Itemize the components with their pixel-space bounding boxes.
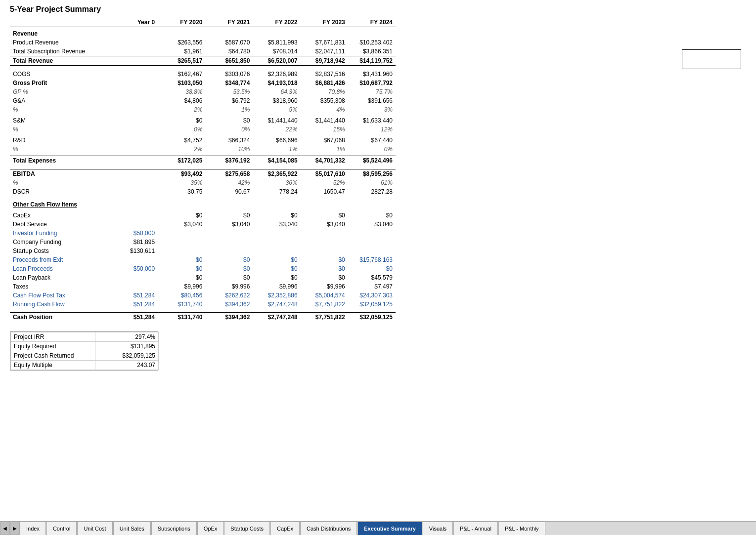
tab-nav-left[interactable]: ◀ (0, 522, 10, 535)
running-cf-row: Running Cash Flow $51,284 $131,740 $394,… (10, 300, 396, 309)
tab-visuals[interactable]: Visuals (423, 522, 453, 535)
investor-funding-row: Investor Funding $50,000 (10, 229, 396, 238)
summary-row-1: Equity Required $131,895 (11, 342, 159, 351)
summary-row-2: Project Cash Returned $32,059,125 (11, 351, 159, 361)
ebitda-row: EBITDA $93,492 $275,658 $2,365,922 $5,01… (10, 169, 396, 178)
product-revenue-fy22: $5,811,993 (253, 38, 300, 47)
cogs-row: COGS $162,467 $303,076 $2,326,989 $2,837… (10, 70, 396, 79)
startup-costs-row: Startup Costs $130,611 (10, 247, 396, 255)
header-fy22: FY 2022 (253, 18, 300, 27)
product-revenue-fy21: $587,070 (205, 38, 253, 47)
product-revenue-fy24: $10,253,402 (348, 38, 396, 47)
tab-startup-costs[interactable]: Startup Costs (224, 522, 270, 535)
header-label (10, 18, 116, 27)
summary-row-3: Equity Multiple 243.07 (11, 361, 159, 370)
ebitda-pct-row: % 35% 42% 36% 52% 61% (10, 178, 396, 187)
header-fy20: FY 2020 (158, 18, 205, 27)
tab-executive-summary[interactable]: Executive Summary (357, 522, 422, 535)
other-cf-section-label: Other Cash Flow Items (13, 201, 77, 208)
product-revenue-fy20: $263,556 (158, 38, 205, 47)
revenue-label: Revenue (10, 27, 116, 39)
tab-unit-sales[interactable]: Unit Sales (113, 522, 151, 535)
tab-opex[interactable]: OpEx (197, 522, 224, 535)
tab-subscriptions[interactable]: Subscriptions (151, 522, 197, 535)
summary-row-0: Project IRR 297.4% (11, 332, 159, 342)
tab-pl-monthly[interactable]: P&L - Monthly (498, 522, 545, 535)
tab-nav-right[interactable]: ▶ (10, 522, 20, 535)
loan-payback-row: Loan Payback $0 $0 $0 $0 $45,579 (10, 273, 396, 282)
tab-index[interactable]: Index (20, 522, 46, 535)
ga-pct-row: % 2% 1% 5% 4% 3% (10, 105, 396, 114)
dscr-row: DSCR 30.75 90.67 778.24 1650.47 2827.28 (10, 187, 396, 196)
table-header: Year 0 FY 2020 FY 2021 FY 2022 FY 2023 F… (10, 18, 396, 27)
right-panel-box (682, 49, 741, 69)
page-title: 5-Year Project Summary (10, 5, 396, 14)
header-fy24: FY 2024 (348, 18, 396, 27)
sm-pct-row: % 0% 0% 22% 15% 12% (10, 125, 396, 134)
tab-cash-distributions[interactable]: Cash Distributions (300, 522, 357, 535)
total-expenses-row: Total Expenses $172,025 $376,192 $4,154,… (10, 156, 396, 165)
cash-position-row: Cash Position $51,284 $131,740 $394,362 … (10, 313, 396, 322)
capex-row: CapEx $0 $0 $0 $0 $0 (10, 211, 396, 220)
revenue-label-row: Revenue (10, 27, 396, 39)
total-revenue-row: Total Revenue $265,517 $651,850 $6,520,0… (10, 56, 396, 66)
rd-pct-row: % 2% 10% 1% 1% 0% (10, 145, 396, 154)
debt-service-row: Debt Service $3,040 $3,040 $3,040 $3,040… (10, 220, 396, 229)
ga-row: G&A $4,806 $6,792 $318,960 $355,308 $391… (10, 96, 396, 105)
product-revenue-y0 (116, 38, 158, 47)
header-fy23: FY 2023 (301, 18, 348, 27)
tab-control[interactable]: Control (46, 522, 77, 535)
gp-pct-row: GP % 38.8% 53.5% 64.3% 70.8% 75.7% (10, 87, 396, 96)
other-cf-label-row: Other Cash Flow Items (10, 200, 396, 209)
company-funding-row: Company Funding $81,895 (10, 238, 396, 247)
summary-metrics-table: Project IRR 297.4% Equity Required $131,… (10, 332, 159, 370)
product-revenue-fy23: $7,671,831 (301, 38, 348, 47)
product-revenue-label: Product Revenue (10, 38, 116, 47)
tab-unit-cost[interactable]: Unit Cost (77, 522, 112, 535)
sm-row: S&M $0 $0 $1,441,440 $1,441,440 $1,633,4… (10, 116, 396, 125)
summary-metrics-box: Project IRR 297.4% Equity Required $131,… (10, 331, 158, 370)
cf-post-tax-row: Cash Flow Post Tax $51,284 $80,456 $262,… (10, 291, 396, 300)
tab-bar: ◀ ▶ Index Control Unit Cost Unit Sales S… (0, 521, 756, 535)
tab-capex[interactable]: CapEx (270, 522, 300, 535)
proceeds-exit-row: Proceeds from Exit $0 $0 $0 $0 $15,768,1… (10, 255, 396, 264)
product-revenue-row: Product Revenue $263,556 $587,070 $5,811… (10, 38, 396, 47)
tab-pl-annual[interactable]: P&L - Annual (453, 522, 498, 535)
gross-profit-row: Gross Profit $103,050 $348,774 $4,193,01… (10, 79, 396, 87)
main-content: 5-Year Project Summary Year 0 FY 2020 FY… (0, 0, 405, 375)
header-year0: Year 0 (116, 18, 158, 27)
subscription-revenue-row: Total Subscription Revenue $1,961 $64,78… (10, 47, 396, 56)
loan-proceeds-row: Loan Proceeds $50,000 $0 $0 $0 $0 $0 (10, 264, 396, 273)
rd-row: R&D $4,752 $66,324 $66,696 $67,068 $67,4… (10, 136, 396, 145)
header-fy21: FY 2021 (205, 18, 253, 27)
taxes-row: Taxes $9,996 $9,996 $9,996 $9,996 $7,497 (10, 282, 396, 291)
summary-table: Year 0 FY 2020 FY 2021 FY 2022 FY 2023 F… (10, 18, 396, 322)
